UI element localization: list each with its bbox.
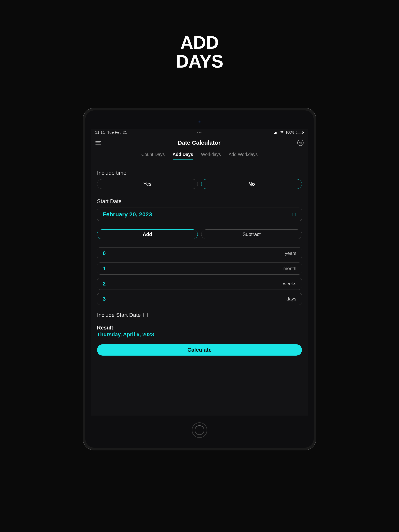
- operation-subtract[interactable]: Subtract: [201, 229, 302, 239]
- hero-line-2: DAYS: [176, 52, 223, 71]
- include-time-yes[interactable]: Yes: [97, 179, 198, 189]
- svg-rect-0: [292, 213, 296, 216]
- start-date-value: February 20, 2023: [103, 211, 152, 218]
- home-button-ring-icon: [195, 425, 204, 435]
- tablet-screen: 11:11 Tue Feb 21 ••• 100%: [85, 110, 314, 448]
- content: Include time Yes No Start Date February …: [91, 160, 308, 355]
- months-unit: month: [283, 266, 296, 271]
- include-start-checkbox[interactable]: [143, 313, 148, 317]
- days-value: 3: [103, 296, 106, 302]
- wifi-icon: [280, 130, 284, 134]
- hero-title: ADD DAYS: [176, 33, 223, 71]
- calculate-button[interactable]: Calculate: [97, 344, 302, 355]
- hero-line-1: ADD: [176, 33, 223, 52]
- weeks-unit: weeks: [283, 281, 296, 286]
- days-field[interactable]: 3 days: [97, 293, 302, 305]
- status-dots-icon: •••: [197, 130, 202, 134]
- tab-bar: Count Days Add Days Workdays Add Workday…: [91, 148, 308, 160]
- app-screen: 11:11 Tue Feb 21 ••• 100%: [91, 129, 308, 416]
- calendar-icon: [292, 212, 296, 217]
- years-field[interactable]: 0 years: [97, 247, 302, 259]
- status-time: 11:11: [95, 130, 105, 135]
- include-time-toggle: Yes No: [97, 179, 302, 189]
- years-unit: years: [285, 251, 296, 256]
- result-label: Result:: [97, 325, 302, 331]
- status-bar: 11:11 Tue Feb 21 ••• 100%: [91, 129, 308, 136]
- weeks-field[interactable]: 2 weeks: [97, 278, 302, 290]
- tab-workdays[interactable]: Workdays: [201, 152, 221, 160]
- include-start-label: Include Start Date: [97, 312, 141, 318]
- signal-icon: [274, 131, 278, 134]
- status-date: Tue Feb 21: [107, 130, 127, 135]
- ad-badge[interactable]: AD: [297, 140, 303, 146]
- include-time-no[interactable]: No: [201, 179, 302, 189]
- years-value: 0: [103, 250, 106, 256]
- home-button[interactable]: [192, 422, 207, 438]
- status-left: 11:11 Tue Feb 21: [95, 130, 127, 135]
- app-header: Date Calculator AD: [91, 136, 308, 148]
- weeks-value: 2: [103, 281, 106, 287]
- start-date-label: Start Date: [97, 198, 302, 204]
- tab-add-workdays[interactable]: Add Workdays: [229, 152, 257, 160]
- tab-count-days[interactable]: Count Days: [141, 152, 165, 160]
- operation-add[interactable]: Add: [97, 229, 198, 239]
- tablet-frame: 11:11 Tue Feb 21 ••• 100%: [83, 108, 316, 450]
- include-time-label: Include time: [97, 170, 302, 176]
- months-value: 1: [103, 266, 106, 272]
- result-value: Thursday, April 6, 2023: [97, 332, 302, 338]
- battery-icon: [296, 131, 304, 134]
- months-field[interactable]: 1 month: [97, 262, 302, 275]
- menu-icon[interactable]: [96, 141, 101, 145]
- include-start-row: Include Start Date: [97, 312, 302, 318]
- page-title: Date Calculator: [178, 139, 220, 146]
- days-unit: days: [286, 296, 296, 302]
- camera-icon: [198, 120, 201, 123]
- battery-percent: 100%: [285, 130, 294, 134]
- status-right: 100%: [274, 130, 304, 134]
- tab-add-days[interactable]: Add Days: [173, 152, 193, 160]
- operation-toggle: Add Subtract: [97, 229, 302, 239]
- start-date-field[interactable]: February 20, 2023: [97, 208, 302, 221]
